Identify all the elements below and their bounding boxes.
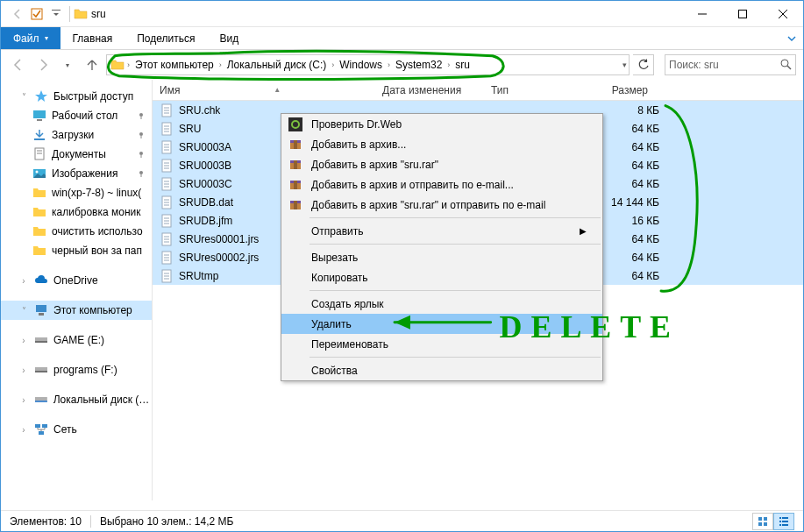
svg-point-13	[139, 132, 143, 136]
pin-icon	[138, 131, 145, 138]
close-button[interactable]	[763, 1, 803, 27]
nav-desktop[interactable]: Рабочий стол	[1, 106, 152, 125]
view-details-button[interactable]	[773, 513, 794, 530]
view-large-icons-button[interactable]	[752, 513, 773, 530]
nav-drive-localc[interactable]: › Локальный диск (C:)	[1, 390, 152, 409]
svg-rect-95	[294, 181, 297, 189]
nav-up-button[interactable]	[82, 54, 103, 75]
separator	[310, 357, 601, 358]
svg-rect-92	[294, 160, 297, 169]
tab-file[interactable]: Файл▾	[1, 27, 60, 49]
crumb-drive[interactable]: Локальный диск (C:)	[224, 55, 330, 74]
col-name-label: Имя	[160, 84, 180, 96]
address-bar[interactable]: › Этот компьютер › Локальный диск (C:) ›…	[106, 54, 630, 75]
ctx-archive-email[interactable]: Добавить в архив и отправить по e-mail..…	[281, 174, 602, 195]
nav-folder-clear[interactable]: очистить использо	[1, 222, 152, 241]
tab-share[interactable]: Поделиться	[125, 27, 207, 49]
ctx-sru-rar-email[interactable]: Добавить в архив "sru.rar" и отправить п…	[281, 195, 602, 215]
nav-back-button[interactable]	[8, 54, 29, 75]
qat-back-icon[interactable]	[8, 4, 27, 24]
nav-quick-access[interactable]: ˅ Быстрый доступ	[1, 87, 152, 106]
nav-pictures[interactable]: Изображения	[1, 164, 152, 183]
drive-icon	[34, 363, 48, 377]
crumb-system32[interactable]: System32	[393, 55, 445, 74]
ribbon-tabs: Файл▾ Главная Поделиться Вид	[1, 27, 803, 50]
chevron-right-icon[interactable]: ›	[329, 60, 337, 69]
nav-folder-kalib[interactable]: калибровка моник	[1, 202, 152, 222]
tab-home[interactable]: Главная	[60, 27, 125, 49]
qat-checkbox-icon[interactable]	[27, 4, 46, 24]
tab-view[interactable]: Вид	[207, 27, 251, 49]
label: очистить использо	[52, 225, 143, 238]
label: GAME (E:)	[53, 334, 104, 346]
nav-onedrive[interactable]: › OneDrive	[1, 271, 152, 290]
search-input[interactable]: Поиск: sru	[665, 54, 796, 75]
label: programs (F:)	[53, 364, 117, 376]
tab-file-label: Файл	[13, 32, 39, 45]
col-date[interactable]: Дата изменения	[375, 84, 484, 96]
svg-point-6	[781, 60, 788, 67]
label: Отправить	[311, 225, 364, 238]
status-bar: Элементов: 10 Выбрано 10 элем.: 14,2 МБ	[1, 510, 803, 531]
crumb-thispc[interactable]: Этот компьютер	[132, 55, 217, 74]
crumb-sru[interactable]: sru	[452, 55, 473, 74]
ribbon-expand-icon[interactable]	[780, 27, 803, 49]
ctx-drweb[interactable]: Проверить Dr.Web	[281, 114, 602, 134]
ctx-delete[interactable]: Удалить	[281, 314, 602, 334]
svg-rect-80	[782, 517, 788, 519]
file-icon	[160, 122, 174, 136]
ctx-copy[interactable]: Копировать	[281, 267, 602, 287]
chevron-right-icon[interactable]: ›	[385, 60, 393, 69]
chevron-right-icon[interactable]: ›	[217, 60, 224, 69]
col-size[interactable]: Размер	[579, 84, 659, 96]
nav-network[interactable]: › Сеть	[1, 420, 152, 439]
refresh-button[interactable]	[633, 54, 654, 75]
ctx-create-shortcut[interactable]: Создать ярлык	[281, 294, 602, 314]
desktop-icon	[32, 109, 46, 123]
label: Изображения	[52, 167, 117, 180]
drive-icon	[34, 333, 48, 347]
maximize-button[interactable]	[722, 1, 763, 27]
ctx-rename[interactable]: Переименовать	[281, 334, 602, 354]
minimize-button[interactable]	[682, 1, 722, 27]
winrar-icon	[288, 138, 302, 152]
file-name: SRUres00002.jrs	[179, 252, 259, 264]
col-type[interactable]: Тип	[484, 84, 579, 96]
ctx-send-to[interactable]: Отправить▶	[281, 221, 602, 241]
svg-rect-31	[35, 401, 47, 402]
svg-rect-12	[34, 138, 45, 140]
chevron-right-icon[interactable]: ›	[445, 60, 452, 69]
ctx-properties[interactable]: Свойства	[281, 360, 602, 380]
nav-folder-black[interactable]: черный вон за пап	[1, 241, 152, 260]
ctx-add-archive[interactable]: Добавить в архив...	[281, 134, 602, 154]
chevron-right-icon[interactable]: ›	[125, 60, 132, 69]
nav-downloads[interactable]: Загрузки	[1, 125, 152, 145]
col-name[interactable]: Имя▲	[153, 84, 375, 96]
folder-icon	[110, 58, 125, 72]
nav-this-pc[interactable]: ˅ Этот компьютер	[1, 301, 152, 320]
ctx-add-sru-rar[interactable]: Добавить в архив "sru.rar"	[281, 154, 602, 174]
window-title: sru	[91, 8, 106, 20]
file-name: SRUDB.dat	[179, 196, 233, 209]
label: Рабочий стол	[52, 110, 117, 122]
qat-dropdown-icon[interactable]	[46, 4, 66, 24]
submenu-arrow-icon: ▶	[580, 226, 587, 236]
ctx-cut[interactable]: Вырезать	[281, 247, 602, 267]
nav-drive-programs[interactable]: › programs (F:)	[1, 360, 152, 379]
label: Загрузки	[52, 129, 94, 141]
file-icon	[160, 251, 174, 265]
nav-folder-winxp[interactable]: win(xp-7-8) ~ linux(	[1, 183, 152, 202]
label: Этот компьютер	[53, 304, 132, 316]
crumb-windows[interactable]: Windows	[337, 55, 385, 74]
nav-drive-game[interactable]: › GAME (E:)	[1, 330, 152, 350]
separator	[90, 515, 91, 528]
winrar-icon	[288, 158, 302, 172]
svg-rect-3	[739, 10, 747, 18]
nav-documents[interactable]: Документы	[1, 145, 152, 164]
svg-rect-34	[39, 431, 44, 435]
nav-forward-button[interactable]	[32, 54, 53, 75]
nav-history-dropdown[interactable]: ▾	[57, 54, 78, 75]
star-icon	[34, 89, 48, 103]
label: OneDrive	[53, 274, 98, 287]
addr-dropdown-icon[interactable]: ▾	[623, 60, 627, 69]
